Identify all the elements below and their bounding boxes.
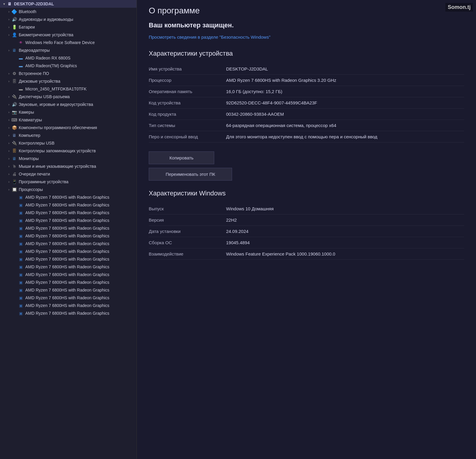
- tree-item-prog-devices[interactable]: ›📱Программные устройства: [0, 178, 137, 186]
- tree-item-storage-ctrl[interactable]: ›🗄Контроллеры запоминающих устройств: [0, 147, 137, 155]
- tree-item-audio[interactable]: ›🔊Аудиовходы и аудиовыходы: [0, 15, 137, 23]
- camera-icon: 📷: [11, 109, 17, 115]
- biometric-icon: 👤: [11, 32, 17, 38]
- display-adapter-icon: ▬: [18, 63, 24, 69]
- spec-label-2: Оперативная память: [149, 86, 226, 97]
- tree-item-sound[interactable]: ›🔊Звуковые, игровые и видеоустройства: [0, 101, 137, 108]
- tree-item-processors[interactable]: ›🔲Процессоры: [0, 186, 137, 193]
- tree-item-firmware[interactable]: ›⚙Встроенное ПО: [0, 70, 137, 77]
- tree-item-proc12[interactable]: ▣AMD Ryzen 7 6800HS with Radeon Graphics: [0, 278, 137, 286]
- tree-item-proc6[interactable]: ▣AMD Ryzen 7 6800HS with Radeon Graphics: [0, 232, 137, 240]
- tree-label-proc14: AMD Ryzen 7 6800HS with Radeon Graphics: [25, 295, 109, 300]
- copy-button[interactable]: Копировать: [149, 151, 214, 164]
- device-manager-panel[interactable]: ▼ 🖥 DESKTOP-J2D3DAL ›🔷Bluetooth›🔊Аудиовх…: [0, 0, 137, 459]
- tree-item-proc3[interactable]: ▣AMD Ryzen 7 6800HS with Radeon Graphics: [0, 209, 137, 217]
- spec-row-2: Оперативная память16,0 ГБ (доступно: 15,…: [149, 86, 464, 97]
- tree-item-camera[interactable]: ›📷Камеры: [0, 108, 137, 116]
- tree-label-audio: Аудиовходы и аудиовыходы: [19, 17, 73, 22]
- security-link[interactable]: Просмотреть сведения в разделе "Безопасн…: [149, 34, 464, 41]
- chevron-proc11: [13, 272, 18, 277]
- tree-item-proc2[interactable]: ▣AMD Ryzen 7 6800HS with Radeon Graphics: [0, 201, 137, 209]
- win-spec-label-0: Выпуск: [149, 203, 226, 214]
- spec-label-3: Код устройства: [149, 97, 226, 108]
- spec-row-1: ПроцессорAMD Ryzen 7 6800HS with Radeon …: [149, 74, 464, 86]
- proc-sub-icon: ▣: [18, 194, 24, 200]
- tree-item-mouse[interactable]: ›🖱Мыши и иные указывающие устройства: [0, 162, 137, 170]
- tree-item-computer[interactable]: ›🖥Компьютер: [0, 131, 137, 139]
- disk-icon: 🗄: [11, 78, 17, 84]
- tree-label-firmware: Встроенное ПО: [19, 71, 49, 76]
- spec-value-4: 00342-20860-93834-AAOEM: [226, 108, 464, 120]
- win-spec-row-1: Версия22H2: [149, 214, 464, 225]
- tree-item-battery[interactable]: ›🔋Батареи: [0, 23, 137, 31]
- tree-label-usb-ctrl: Диспетчеры USB-разъема: [19, 94, 70, 99]
- chevron-proc3: [13, 210, 18, 215]
- display-adapter-icon: ▬: [18, 55, 24, 61]
- tree-item-proc1[interactable]: ▣AMD Ryzen 7 6800HS with Radeon Graphics: [0, 193, 137, 201]
- tree-item-proc16[interactable]: ▣AMD Ryzen 7 6800HS with Radeon Graphics: [0, 309, 137, 317]
- chevron-proc16: [13, 311, 18, 316]
- chevron-disk-sub: [13, 87, 18, 91]
- chevron-gpu2: [13, 63, 18, 68]
- rename-button[interactable]: Переименовать этот ПК: [149, 168, 232, 181]
- tree-item-proc10[interactable]: ▣AMD Ryzen 7 6800HS with Radeon Graphics: [0, 263, 137, 271]
- software-icon: 📦: [11, 125, 17, 131]
- chevron-audio: ›: [7, 17, 11, 22]
- chevron-proc2: [13, 203, 18, 207]
- tree-item-gpu1[interactable]: ▬AMD Radeon RX 6800S: [0, 54, 137, 62]
- win-spec-row-0: ВыпускWindows 10 Домашняя: [149, 203, 464, 214]
- chevron-proc12: [13, 280, 18, 285]
- spec-label-1: Процессор: [149, 74, 226, 86]
- tree-label-computer: Компьютер: [19, 133, 40, 138]
- tree-label-proc12: AMD Ryzen 7 6800HS with Radeon Graphics: [25, 280, 109, 285]
- tree-root[interactable]: ▼ 🖥 DESKTOP-J2D3DAL: [0, 0, 137, 8]
- chevron-proc10: [13, 264, 18, 269]
- tree-item-biometric[interactable]: ›👤Биометрические устройства: [0, 31, 137, 39]
- chevron-proc5: [13, 226, 18, 231]
- chevron-gpu1: [13, 56, 18, 60]
- tree-label-proc15: AMD Ryzen 7 6800HS with Radeon Graphics: [25, 303, 109, 308]
- proc-sub-icon: ▣: [18, 248, 24, 254]
- proc-sub-icon: ▣: [18, 279, 24, 285]
- tree-item-disk[interactable]: ›🗄Дисковые устройства: [0, 77, 137, 85]
- tree-item-gpu2[interactable]: ▬AMD Radeon(TM) Graphics: [0, 62, 137, 70]
- tree-item-software-comp[interactable]: ›📦Компоненты программного обеспечения: [0, 124, 137, 131]
- proc-sub-icon: ▣: [18, 210, 24, 216]
- tree-item-proc8[interactable]: ▣AMD Ryzen 7 6800HS with Radeon Graphics: [0, 247, 137, 255]
- device-specs-table: Имя устройстваDESKTOP-J2D3DALПроцессорAM…: [149, 63, 464, 142]
- tree-item-proc15[interactable]: ▣AMD Ryzen 7 6800HS with Radeon Graphics: [0, 302, 137, 309]
- tree-item-display[interactable]: ›🖥Видеоадаптеры: [0, 46, 137, 54]
- tree-item-keyboard[interactable]: ›⌨Клавиатуры: [0, 116, 137, 124]
- sound-icon: 🔊: [11, 101, 17, 107]
- proc-sub-icon: ▣: [18, 287, 24, 293]
- spec-value-3: 92D62520-DECC-48F4-9007-44599C4BA23F: [226, 97, 464, 108]
- tree-item-proc14[interactable]: ▣AMD Ryzen 7 6800HS with Radeon Graphics: [0, 294, 137, 302]
- tree-items: ›🔷Bluetooth›🔊Аудиовходы и аудиовыходы›🔋Б…: [0, 8, 137, 317]
- proc-sub-icon: ▣: [18, 233, 24, 239]
- spec-label-0: Имя устройства: [149, 63, 226, 75]
- tree-item-monitors[interactable]: ›🖥Мониторы: [0, 155, 137, 162]
- tree-item-proc4[interactable]: ▣AMD Ryzen 7 6800HS with Radeon Graphics: [0, 217, 137, 224]
- tree-item-disk-sub[interactable]: ▬Micron_2450_MTFDKBA1T0TFK: [0, 85, 137, 93]
- proc-sub-icon: ▣: [18, 310, 24, 316]
- tree-item-proc7[interactable]: ▣AMD Ryzen 7 6800HS with Radeon Graphics: [0, 240, 137, 247]
- proc-sub-icon: ▣: [18, 295, 24, 301]
- tree-item-usb[interactable]: ›🔌Контроллеры USB: [0, 139, 137, 147]
- tree-label-gpu2: AMD Radeon(TM) Graphics: [25, 63, 77, 68]
- chevron-display: ›: [7, 48, 11, 53]
- tree-item-bluetooth[interactable]: ›🔷Bluetooth: [0, 8, 137, 15]
- tree-item-proc13[interactable]: ▣AMD Ryzen 7 6800HS with Radeon Graphics: [0, 286, 137, 294]
- tree-item-proc5[interactable]: ▣AMD Ryzen 7 6800HS with Radeon Graphics: [0, 224, 137, 232]
- chevron-camera: ›: [7, 110, 11, 115]
- tree-item-print-queue[interactable]: ›🖨Очереди печати: [0, 170, 137, 178]
- chevron-bluetooth: ›: [7, 9, 11, 14]
- tree-item-usb-ctrl[interactable]: ›🔌Диспетчеры USB-разъема: [0, 93, 137, 101]
- tree-item-proc11[interactable]: ▣AMD Ryzen 7 6800HS with Radeon Graphics: [0, 271, 137, 278]
- computer-icon: 🖥: [11, 132, 17, 138]
- root-chevron: ▼: [2, 1, 7, 6]
- tree-item-biometric-sub[interactable]: 👁Windows Hello Face Software Device: [0, 39, 137, 46]
- chevron-usb-ctrl: ›: [7, 94, 11, 99]
- win-spec-row-3: Сборка ОС19045.4894: [149, 237, 464, 248]
- chevron-proc14: [13, 295, 18, 300]
- tree-item-proc9[interactable]: ▣AMD Ryzen 7 6800HS with Radeon Graphics: [0, 255, 137, 263]
